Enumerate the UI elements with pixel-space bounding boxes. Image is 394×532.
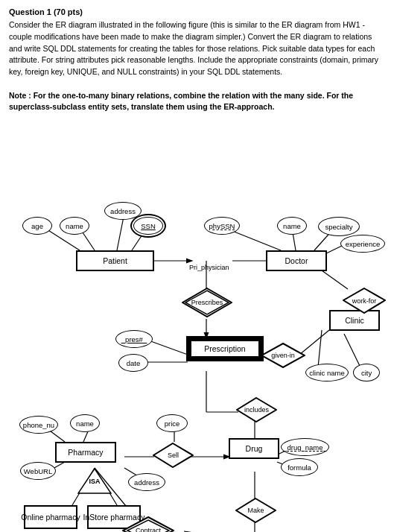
entity-online-pharmacy: Online pharmacy bbox=[24, 505, 77, 529]
attr-experience: experience bbox=[340, 235, 385, 253]
relationship-sell: Sell bbox=[153, 443, 194, 468]
label-pri-physician: Pri_physician bbox=[189, 264, 229, 271]
attr-specialty: specialty bbox=[318, 217, 360, 236]
relationship-contract: Contract bbox=[122, 516, 174, 532]
attr-address-pharmacy: address bbox=[128, 473, 165, 491]
question-header: Question 1 (70 pts) bbox=[9, 7, 385, 16]
entity-prescription: Prescription bbox=[188, 338, 262, 360]
svg-line-14 bbox=[147, 340, 188, 355]
attr-phone-nu: phone_nu bbox=[19, 416, 58, 434]
attr-name-doctor: name bbox=[277, 217, 307, 235]
attr-formula: formula bbox=[281, 458, 318, 476]
attr-clinic-name: clinic name bbox=[305, 364, 349, 381]
relationship-work-for: work-for bbox=[343, 288, 386, 314]
attr-ssn: SSN bbox=[133, 217, 163, 235]
entity-drug: Drug bbox=[229, 438, 279, 459]
relationship-includes: includes bbox=[236, 397, 277, 422]
attr-date: date bbox=[118, 354, 148, 372]
attr-city: city bbox=[353, 364, 380, 381]
attr-physsn: phySSN bbox=[204, 217, 240, 235]
isa-triangle: ISA bbox=[77, 468, 112, 494]
relationship-prescribes: Prescribes bbox=[182, 288, 232, 317]
question-text: Consider the ER diagram illustrated in t… bbox=[9, 19, 385, 113]
attr-age: age bbox=[22, 217, 52, 235]
svg-line-10 bbox=[322, 270, 348, 289]
relationship-given-in: given-in bbox=[261, 343, 305, 368]
attr-drug-name: _drug_name_ bbox=[281, 438, 329, 456]
svg-line-18 bbox=[318, 330, 322, 367]
attr-address-patient: address bbox=[104, 202, 142, 220]
entity-pharmacy: Pharmacy bbox=[55, 442, 116, 463]
attr-pres-id: _pres#_ bbox=[115, 330, 153, 348]
er-diagram: Patient Pri_physician Doctor Prescriptio… bbox=[9, 118, 385, 532]
attr-weburl: WebURL bbox=[20, 462, 56, 480]
entity-doctor: Doctor bbox=[266, 250, 327, 271]
relationship-make: Make bbox=[235, 498, 276, 523]
attr-name-pharmacy: name bbox=[70, 414, 100, 432]
question-note: Note : For the one-to-many binary relati… bbox=[9, 91, 353, 112]
svg-line-19 bbox=[344, 334, 360, 367]
attr-name-patient: name bbox=[60, 217, 89, 235]
entity-patient: Patient bbox=[76, 250, 154, 271]
attr-price: price bbox=[156, 414, 188, 432]
